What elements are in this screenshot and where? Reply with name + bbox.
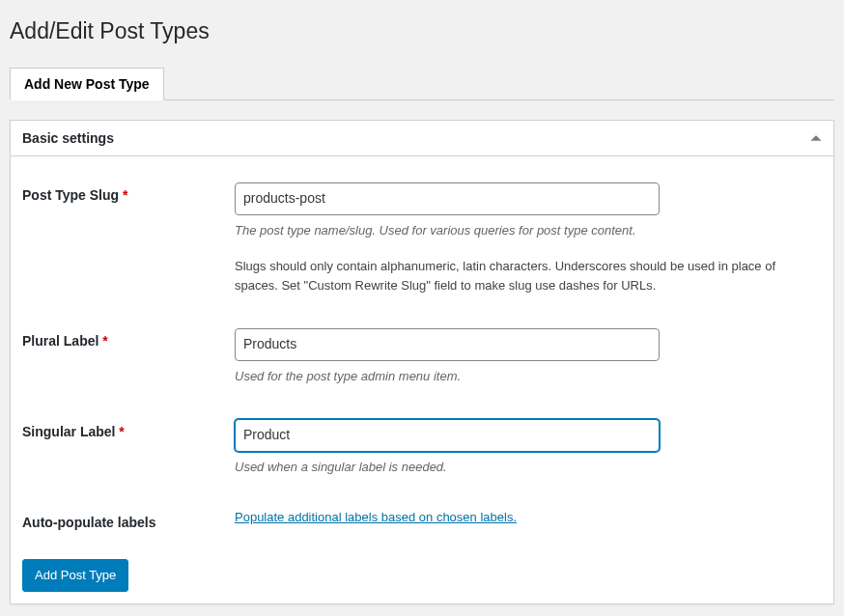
tab-nav: Add New Post Type	[10, 68, 834, 100]
singular-desc: Used when a singular label is needed.	[235, 458, 812, 477]
required-marker: *	[102, 333, 107, 349]
caret-up-icon	[809, 131, 823, 145]
plural-label-cell: Plural Label *	[22, 314, 235, 405]
basic-settings-panel: Basic settings Post Type Slug *	[10, 120, 834, 604]
collapse-toggle[interactable]	[799, 121, 833, 155]
slug-input[interactable]	[235, 182, 660, 215]
plural-desc: Used for the post type admin menu item.	[235, 367, 812, 386]
autopopulate-link[interactable]: Populate additional labels based on chos…	[235, 510, 517, 524]
slug-desc-2: Slugs should only contain alphanumeric, …	[235, 257, 812, 294]
slug-desc-1: The post type name/slug. Used for variou…	[235, 221, 812, 240]
slug-label-cell: Post Type Slug *	[22, 168, 235, 314]
plural-label: Plural Label	[22, 333, 98, 349]
singular-input[interactable]	[235, 419, 660, 452]
slug-label: Post Type Slug	[22, 187, 119, 203]
add-post-type-button[interactable]: Add Post Type	[22, 559, 128, 592]
required-marker: *	[119, 424, 124, 439]
required-marker: *	[123, 187, 127, 203]
plural-input[interactable]	[235, 328, 660, 361]
tab-add-new[interactable]: Add New Post Type	[10, 68, 164, 100]
singular-label: Singular Label	[22, 424, 115, 439]
page-title: Add/Edit Post Types	[10, 10, 834, 48]
autopopulate-label: Auto-populate labels	[22, 495, 235, 549]
panel-title: Basic settings	[11, 121, 126, 155]
singular-label-cell: Singular Label *	[22, 405, 235, 495]
